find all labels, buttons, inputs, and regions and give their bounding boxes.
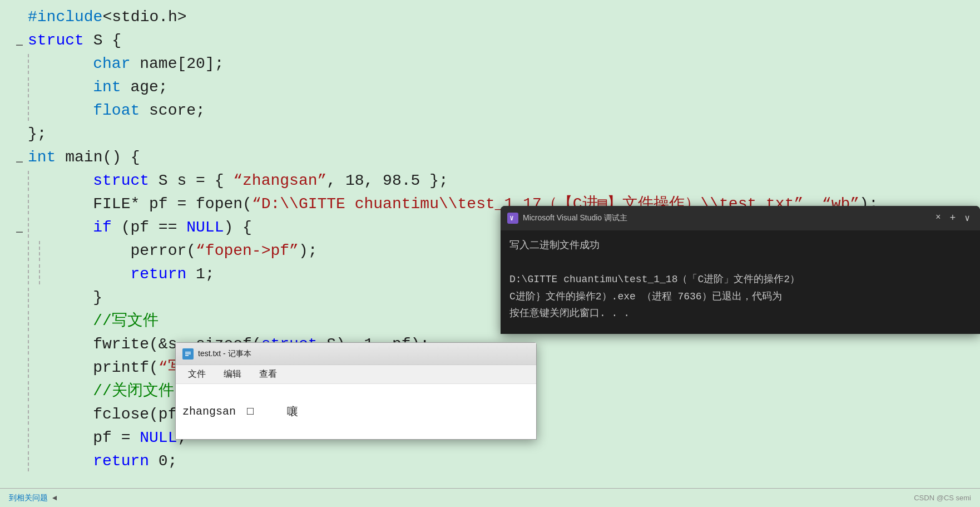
token-int-main: int (28, 146, 65, 169)
terminal-tabs: × + ∨ (932, 213, 973, 224)
notepad-text-content: zhangsan (182, 405, 236, 418)
terminal-close-button[interactable]: × (932, 213, 944, 224)
gutter-1 (11, 6, 28, 29)
notepad-app-icon (182, 348, 194, 360)
terminal-title-text: Microsoft Visual Studio 调试主 (523, 213, 928, 223)
token-score: score; (149, 99, 205, 122)
code-line-8: struct S s = { “zhangsan”, 18, 98.5 }; (11, 169, 969, 193)
notepad-garbled-2: 嚷 (287, 404, 298, 419)
token-null-1: NULL (186, 216, 224, 239)
gutter-19 (11, 426, 28, 450)
token-return-0: return (93, 450, 159, 473)
notepad-file-menu[interactable]: 文件 (185, 366, 209, 382)
notepad-titlebar: test.txt - 记事本 (176, 343, 536, 365)
terminal-window: V Microsoft Visual Studio 调试主 × + ∨ 写入二进… (501, 206, 980, 334)
gutter-8 (11, 169, 28, 193)
gutter-12 (11, 263, 28, 286)
code-line-2: ⎯ struct S { (11, 29, 969, 52)
token-perror: perror( (130, 239, 196, 263)
terminal-line-1: 写入二进制文件成功 (509, 237, 971, 254)
token-age: age; (130, 76, 167, 99)
token-comment-write: //写文件 (93, 309, 159, 333)
gutter-9 (11, 193, 28, 216)
notepad-title-text: test.txt - 记事本 (198, 349, 529, 359)
gutter-20 (11, 450, 28, 473)
terminal-expand-button[interactable]: ∨ (961, 213, 973, 224)
notepad-view-menu[interactable]: 查看 (256, 366, 280, 382)
bottom-bar: 到相关问题 ◄ CSDN @CS semi (0, 488, 980, 507)
terminal-line-3: D:\GITTE chuantimu\test_1_18（「C进阶」文件的操作2… (509, 271, 971, 288)
token-float: float (93, 99, 149, 122)
gutter-5 (11, 99, 28, 122)
token-one: 1; (196, 263, 215, 286)
token-name: name[20]; (140, 52, 224, 76)
token-char: char (93, 52, 140, 76)
related-issues-link[interactable]: 到相关问题 (9, 493, 48, 503)
token-if: if (93, 216, 121, 239)
gutter-11 (11, 239, 28, 263)
gutter-13 (11, 286, 28, 309)
token-int-1: int (93, 76, 130, 99)
token-perror-str: “fopen->pf” (196, 239, 299, 263)
terminal-add-tab-button[interactable]: + (947, 213, 959, 224)
notepad-edit-menu[interactable]: 编辑 (220, 366, 245, 382)
svg-text:V: V (510, 215, 513, 221)
gutter-15 (11, 333, 28, 356)
token-file: FILE* pf = fopen( (93, 193, 252, 216)
token-close-struct: }; (28, 122, 47, 146)
gutter-10: ⎯ (11, 219, 28, 236)
token-null-2: NULL (140, 426, 177, 450)
svg-rect-5 (185, 355, 189, 356)
token-main: main() (65, 146, 131, 169)
notepad-menubar: 文件 编辑 查看 (176, 365, 536, 384)
token-close-if: } (93, 286, 102, 309)
token-struct-1: struct (28, 29, 93, 52)
terminal-line-2 (509, 254, 971, 272)
terminal-app-icon: V (507, 213, 518, 224)
notepad-content-area: zhangsan □ 嚷 (176, 384, 536, 439)
token-brace-1: { (112, 29, 121, 52)
token-pf-null: pf = (93, 426, 140, 450)
token-pf-cond: (pf == (121, 216, 187, 239)
code-line-5: float score; (11, 99, 969, 122)
gutter-7: ⎯ (11, 149, 28, 166)
watermark-text: CSDN @CS semi (914, 494, 971, 502)
token-if-brace: ) { (224, 216, 251, 239)
gutter-6 (11, 122, 28, 146)
token-include: #include (28, 6, 102, 29)
token-perror-semi: ); (299, 239, 318, 263)
terminal-line-5: 按任意键关闭此窗口. . . (509, 305, 971, 322)
token-s-init: S s = { (159, 169, 233, 193)
token-struct-2: struct (93, 169, 159, 193)
gutter-14 (11, 309, 28, 333)
token-nums: , 18, 98.5 }; (326, 169, 448, 193)
token-return-1: return (130, 263, 196, 286)
terminal-body: 写入二进制文件成功 D:\GITTE chuantimu\test_1_18（「… (501, 230, 980, 329)
code-line-3: char name[20]; (11, 52, 969, 76)
token-brace-main: { (131, 146, 140, 169)
code-line-4: int age; (11, 76, 969, 99)
gutter-18 (11, 403, 28, 426)
code-line-1: #include<stdio.h> (11, 6, 969, 29)
gutter-17 (11, 380, 28, 403)
token-zhangsan: “zhangsan” (233, 169, 326, 193)
token-printf: printf( (93, 356, 159, 380)
svg-rect-3 (185, 352, 191, 353)
gutter-16 (11, 356, 28, 380)
code-line-20: return 0; (11, 450, 969, 473)
code-line-7: ⎯ int main() { (11, 146, 969, 169)
terminal-titlebar: V Microsoft Visual Studio 调试主 × + ∨ (501, 206, 980, 230)
svg-rect-4 (185, 353, 191, 355)
scroll-prev-arrow[interactable]: ◄ (52, 494, 57, 503)
notepad-window: test.txt - 记事本 文件 编辑 查看 zhangsan □ 嚷 (175, 342, 537, 440)
token-zero: 0; (159, 450, 177, 473)
token-stdio: <stdio.h> (102, 6, 186, 29)
gutter-3 (11, 52, 28, 76)
bottom-left-area: 到相关问题 ◄ (9, 493, 57, 503)
terminal-line-4: C进阶｝文件的操作2）.exe （进程 7636）已退出，代码为 (509, 288, 971, 306)
gutter-2: ⎯ (11, 32, 28, 49)
token-s: S (93, 29, 112, 52)
code-line-6: }; (11, 122, 969, 146)
token-comment-close: //关闭文件 (93, 380, 174, 403)
notepad-garbled-1: □ (247, 405, 254, 418)
